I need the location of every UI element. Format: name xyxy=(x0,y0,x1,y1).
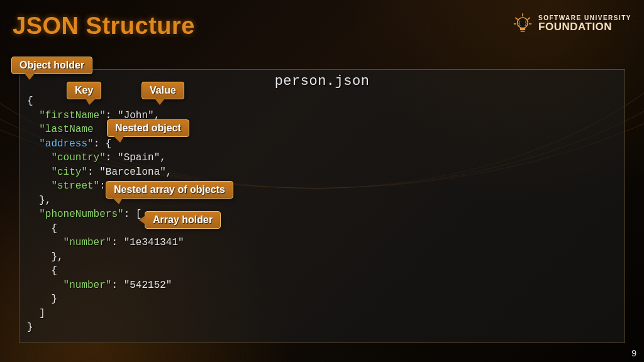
logo-line2: FOUNDATION xyxy=(538,21,631,33)
svg-line-3 xyxy=(528,18,530,19)
code-panel: person.json { "firstName": "John", "last… xyxy=(19,69,625,343)
file-name: person.json xyxy=(19,70,625,92)
slide-title: JSON Structure xyxy=(13,13,195,40)
lightbulb-icon: { } xyxy=(512,11,533,36)
svg-line-2 xyxy=(515,18,518,19)
callout-nested-array: Nested array of objects xyxy=(106,181,233,199)
callout-array-holder: Array holder xyxy=(145,211,221,229)
callout-key: Key xyxy=(67,82,101,99)
brand-logo: { } SOFTWARE UNIVERSITY FOUNDATION xyxy=(512,11,631,36)
svg-text:{ }: { } xyxy=(518,20,528,26)
page-number: 9 xyxy=(631,348,636,358)
callout-nested-object: Nested object xyxy=(107,119,189,137)
callout-object-holder: Object holder xyxy=(11,57,92,74)
callout-value: Value xyxy=(142,82,184,99)
